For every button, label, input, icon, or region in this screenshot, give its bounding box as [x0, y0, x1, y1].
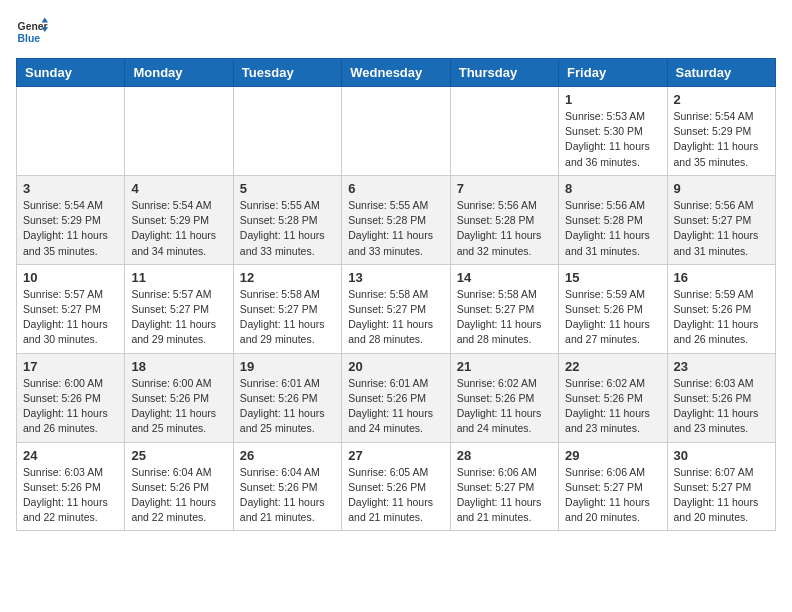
calendar-cell: 28Sunrise: 6:06 AM Sunset: 5:27 PM Dayli…	[450, 442, 558, 531]
calendar-cell	[233, 87, 341, 176]
calendar-cell	[17, 87, 125, 176]
day-info: Sunrise: 5:55 AM Sunset: 5:28 PM Dayligh…	[240, 198, 335, 259]
day-number: 27	[348, 448, 443, 463]
day-info: Sunrise: 6:01 AM Sunset: 5:26 PM Dayligh…	[240, 376, 335, 437]
weekday-header-tuesday: Tuesday	[233, 59, 341, 87]
weekday-header-wednesday: Wednesday	[342, 59, 450, 87]
calendar-cell: 10Sunrise: 5:57 AM Sunset: 5:27 PM Dayli…	[17, 264, 125, 353]
day-number: 16	[674, 270, 769, 285]
calendar-cell: 2Sunrise: 5:54 AM Sunset: 5:29 PM Daylig…	[667, 87, 775, 176]
calendar-cell: 20Sunrise: 6:01 AM Sunset: 5:26 PM Dayli…	[342, 353, 450, 442]
logo-icon: General Blue	[16, 16, 48, 48]
calendar-cell	[342, 87, 450, 176]
calendar-cell: 13Sunrise: 5:58 AM Sunset: 5:27 PM Dayli…	[342, 264, 450, 353]
calendar-table: SundayMondayTuesdayWednesdayThursdayFrid…	[16, 58, 776, 531]
calendar-cell: 1Sunrise: 5:53 AM Sunset: 5:30 PM Daylig…	[559, 87, 667, 176]
day-number: 25	[131, 448, 226, 463]
day-info: Sunrise: 5:54 AM Sunset: 5:29 PM Dayligh…	[674, 109, 769, 170]
week-row-3: 10Sunrise: 5:57 AM Sunset: 5:27 PM Dayli…	[17, 264, 776, 353]
calendar-cell	[125, 87, 233, 176]
day-number: 20	[348, 359, 443, 374]
day-info: Sunrise: 5:58 AM Sunset: 5:27 PM Dayligh…	[348, 287, 443, 348]
calendar-cell: 18Sunrise: 6:00 AM Sunset: 5:26 PM Dayli…	[125, 353, 233, 442]
calendar-cell: 26Sunrise: 6:04 AM Sunset: 5:26 PM Dayli…	[233, 442, 341, 531]
calendar-cell: 16Sunrise: 5:59 AM Sunset: 5:26 PM Dayli…	[667, 264, 775, 353]
day-number: 2	[674, 92, 769, 107]
calendar-cell: 23Sunrise: 6:03 AM Sunset: 5:26 PM Dayli…	[667, 353, 775, 442]
day-info: Sunrise: 5:54 AM Sunset: 5:29 PM Dayligh…	[131, 198, 226, 259]
day-number: 3	[23, 181, 118, 196]
day-number: 18	[131, 359, 226, 374]
day-info: Sunrise: 5:57 AM Sunset: 5:27 PM Dayligh…	[23, 287, 118, 348]
day-info: Sunrise: 6:04 AM Sunset: 5:26 PM Dayligh…	[131, 465, 226, 526]
calendar-cell: 17Sunrise: 6:00 AM Sunset: 5:26 PM Dayli…	[17, 353, 125, 442]
day-info: Sunrise: 5:57 AM Sunset: 5:27 PM Dayligh…	[131, 287, 226, 348]
day-number: 23	[674, 359, 769, 374]
day-number: 29	[565, 448, 660, 463]
weekday-header-saturday: Saturday	[667, 59, 775, 87]
day-number: 5	[240, 181, 335, 196]
day-info: Sunrise: 5:56 AM Sunset: 5:28 PM Dayligh…	[457, 198, 552, 259]
calendar-cell: 6Sunrise: 5:55 AM Sunset: 5:28 PM Daylig…	[342, 175, 450, 264]
day-info: Sunrise: 5:59 AM Sunset: 5:26 PM Dayligh…	[674, 287, 769, 348]
day-number: 11	[131, 270, 226, 285]
calendar-cell: 14Sunrise: 5:58 AM Sunset: 5:27 PM Dayli…	[450, 264, 558, 353]
day-number: 19	[240, 359, 335, 374]
day-info: Sunrise: 5:56 AM Sunset: 5:27 PM Dayligh…	[674, 198, 769, 259]
day-number: 7	[457, 181, 552, 196]
day-number: 13	[348, 270, 443, 285]
day-number: 9	[674, 181, 769, 196]
logo: General Blue	[16, 16, 48, 48]
calendar-cell: 3Sunrise: 5:54 AM Sunset: 5:29 PM Daylig…	[17, 175, 125, 264]
week-row-2: 3Sunrise: 5:54 AM Sunset: 5:29 PM Daylig…	[17, 175, 776, 264]
day-info: Sunrise: 5:56 AM Sunset: 5:28 PM Dayligh…	[565, 198, 660, 259]
day-number: 24	[23, 448, 118, 463]
calendar-cell: 7Sunrise: 5:56 AM Sunset: 5:28 PM Daylig…	[450, 175, 558, 264]
calendar-cell: 12Sunrise: 5:58 AM Sunset: 5:27 PM Dayli…	[233, 264, 341, 353]
page-header: General Blue	[16, 16, 776, 48]
day-info: Sunrise: 6:02 AM Sunset: 5:26 PM Dayligh…	[565, 376, 660, 437]
day-info: Sunrise: 6:06 AM Sunset: 5:27 PM Dayligh…	[457, 465, 552, 526]
day-info: Sunrise: 5:54 AM Sunset: 5:29 PM Dayligh…	[23, 198, 118, 259]
day-info: Sunrise: 6:02 AM Sunset: 5:26 PM Dayligh…	[457, 376, 552, 437]
calendar-cell: 29Sunrise: 6:06 AM Sunset: 5:27 PM Dayli…	[559, 442, 667, 531]
day-info: Sunrise: 5:55 AM Sunset: 5:28 PM Dayligh…	[348, 198, 443, 259]
weekday-header-monday: Monday	[125, 59, 233, 87]
day-number: 1	[565, 92, 660, 107]
weekday-header-thursday: Thursday	[450, 59, 558, 87]
weekday-header-friday: Friday	[559, 59, 667, 87]
day-number: 14	[457, 270, 552, 285]
day-info: Sunrise: 6:01 AM Sunset: 5:26 PM Dayligh…	[348, 376, 443, 437]
calendar-cell: 4Sunrise: 5:54 AM Sunset: 5:29 PM Daylig…	[125, 175, 233, 264]
week-row-1: 1Sunrise: 5:53 AM Sunset: 5:30 PM Daylig…	[17, 87, 776, 176]
day-number: 28	[457, 448, 552, 463]
day-info: Sunrise: 6:00 AM Sunset: 5:26 PM Dayligh…	[131, 376, 226, 437]
week-row-4: 17Sunrise: 6:00 AM Sunset: 5:26 PM Dayli…	[17, 353, 776, 442]
calendar-cell: 8Sunrise: 5:56 AM Sunset: 5:28 PM Daylig…	[559, 175, 667, 264]
day-number: 30	[674, 448, 769, 463]
day-number: 8	[565, 181, 660, 196]
weekday-header-sunday: Sunday	[17, 59, 125, 87]
day-number: 12	[240, 270, 335, 285]
weekday-header-row: SundayMondayTuesdayWednesdayThursdayFrid…	[17, 59, 776, 87]
day-info: Sunrise: 5:58 AM Sunset: 5:27 PM Dayligh…	[457, 287, 552, 348]
day-info: Sunrise: 6:05 AM Sunset: 5:26 PM Dayligh…	[348, 465, 443, 526]
calendar-cell: 11Sunrise: 5:57 AM Sunset: 5:27 PM Dayli…	[125, 264, 233, 353]
svg-marker-2	[42, 18, 48, 23]
day-info: Sunrise: 5:58 AM Sunset: 5:27 PM Dayligh…	[240, 287, 335, 348]
day-number: 21	[457, 359, 552, 374]
week-row-5: 24Sunrise: 6:03 AM Sunset: 5:26 PM Dayli…	[17, 442, 776, 531]
day-info: Sunrise: 6:03 AM Sunset: 5:26 PM Dayligh…	[674, 376, 769, 437]
svg-text:Blue: Blue	[18, 33, 41, 44]
day-info: Sunrise: 6:07 AM Sunset: 5:27 PM Dayligh…	[674, 465, 769, 526]
calendar-cell: 19Sunrise: 6:01 AM Sunset: 5:26 PM Dayli…	[233, 353, 341, 442]
day-number: 4	[131, 181, 226, 196]
calendar-cell: 27Sunrise: 6:05 AM Sunset: 5:26 PM Dayli…	[342, 442, 450, 531]
day-number: 17	[23, 359, 118, 374]
calendar-cell: 24Sunrise: 6:03 AM Sunset: 5:26 PM Dayli…	[17, 442, 125, 531]
calendar-cell: 21Sunrise: 6:02 AM Sunset: 5:26 PM Dayli…	[450, 353, 558, 442]
day-number: 6	[348, 181, 443, 196]
calendar-cell: 15Sunrise: 5:59 AM Sunset: 5:26 PM Dayli…	[559, 264, 667, 353]
day-info: Sunrise: 5:53 AM Sunset: 5:30 PM Dayligh…	[565, 109, 660, 170]
day-info: Sunrise: 6:00 AM Sunset: 5:26 PM Dayligh…	[23, 376, 118, 437]
